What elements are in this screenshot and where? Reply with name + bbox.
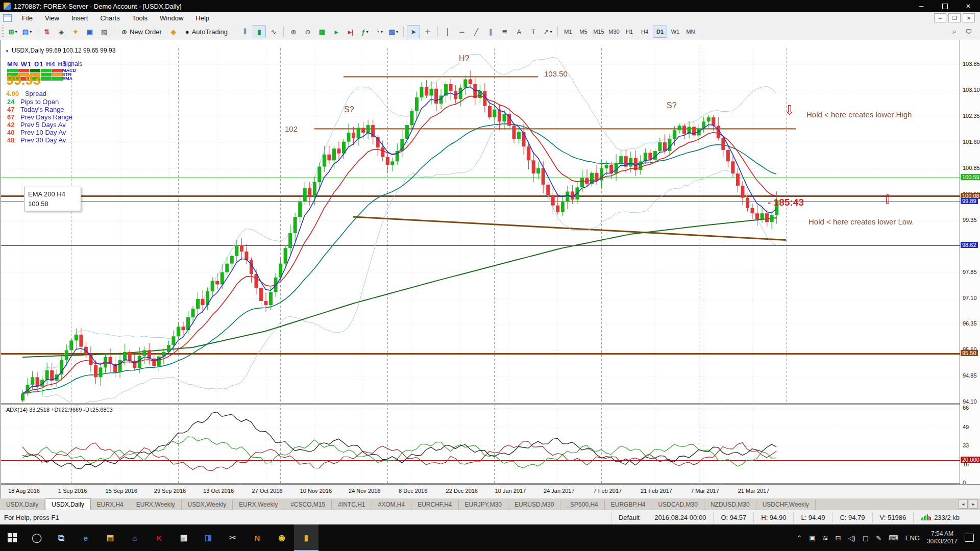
display-icon[interactable]: ▢ [863, 534, 869, 542]
data-window-button[interactable]: ◈ [55, 25, 68, 38]
text-button[interactable]: A [512, 25, 526, 38]
search-icon[interactable]: ⌕ [948, 25, 961, 38]
fibonacci-button[interactable]: ≣ [498, 25, 511, 38]
annotation-s1[interactable]: S? [344, 105, 354, 114]
chart-tab-usdcadm30[interactable]: USDCAD,M30 [652, 499, 704, 510]
text-label-button[interactable]: T [527, 25, 540, 38]
menu-help[interactable]: Help [189, 13, 215, 23]
tab-scroll-left[interactable]: ◂ [959, 499, 968, 509]
wifi-icon[interactable]: ≋ [823, 534, 828, 542]
taskbar-app-metatrader[interactable]: ▮ [294, 524, 318, 551]
annotation-h[interactable]: H? [459, 54, 469, 63]
channel-button[interactable]: ∥ [484, 25, 497, 38]
market-watch-button[interactable]: ⇅ [40, 25, 54, 38]
chart-tab-xomh4[interactable]: #XOM,H4 [372, 499, 412, 510]
bar-chart-button[interactable]: ⫼ [238, 25, 252, 38]
timeframe-m5[interactable]: M5 [576, 26, 591, 38]
chart-area[interactable]: 103.85103.10102.35101.60100.85100.1099.3… [0, 40, 980, 498]
toolbar-grip[interactable] [2, 26, 4, 38]
templates-button[interactable]: ▧▾ [387, 25, 400, 38]
horizontal-line-button[interactable]: ─ [455, 25, 469, 38]
tray-chevron-icon[interactable]: ⌃ [796, 534, 802, 542]
chart-tab-usdxdaily[interactable]: USDX,Daily [0, 499, 45, 510]
volume-icon[interactable]: ◁) [848, 534, 855, 542]
mdi-restore-button[interactable]: ❐ [948, 13, 961, 22]
taskbar-app-chrome[interactable]: ◉ [270, 524, 294, 551]
menu-charts[interactable]: Charts [94, 13, 126, 23]
timeframe-w1[interactable]: W1 [668, 26, 682, 38]
chart-shift-button[interactable]: ▸| [344, 25, 357, 38]
chart-tab-eurxweekly[interactable]: EURX,Weekly [233, 499, 284, 510]
cursor-button[interactable]: ➤ [407, 25, 420, 38]
date-axis[interactable]: 18 Aug 20161 Sep 201615 Sep 201629 Sep 2… [1, 484, 980, 498]
chart-tab-usdxweekly[interactable]: USDX,Weekly [182, 499, 233, 510]
restore-button[interactable] [933, 0, 957, 12]
pc-status-icon[interactable]: ⊟ [836, 534, 841, 542]
chart-tab-usdchfweekly[interactable]: USDCHF,Weekly [756, 499, 816, 510]
mdi-minimize-button[interactable]: – [934, 13, 946, 22]
minimize-button[interactable]: ─ [910, 0, 933, 12]
trendline-button[interactable]: ╱ [470, 25, 483, 38]
profiles-button[interactable]: ▤▾ [20, 25, 34, 38]
annotation-hold-low[interactable]: Hold < here creates lower Low. [808, 217, 914, 226]
price-axis[interactable]: 103.85103.10102.35101.60100.85100.1099.3… [960, 40, 980, 484]
annotation-103-50[interactable]: 103.50 [544, 69, 568, 78]
tray-app-icon[interactable]: ▣ [809, 534, 815, 542]
line-chart-button[interactable]: ∿ [267, 25, 280, 38]
menu-window[interactable]: Window [154, 13, 189, 23]
taskbar-app-onenote[interactable]: N [245, 524, 270, 551]
chart-tab-nzdusdm30[interactable]: NZDUSD,M30 [704, 499, 756, 510]
timeframe-h4[interactable]: H4 [638, 26, 652, 38]
start-button[interactable] [0, 524, 24, 551]
taskbar-clock[interactable]: 7:54 AM 30/03/2017 [927, 530, 958, 545]
terminal-button[interactable]: ▣ [83, 25, 96, 38]
action-center-icon[interactable] [965, 534, 974, 542]
chart-tab-cscom15[interactable]: #CSCO,M15 [284, 499, 332, 510]
chart-tab-eurchfh4[interactable]: EURCHF,H4 [411, 499, 458, 510]
taskbar-app-file-explorer[interactable]: ▤ [98, 524, 122, 551]
annotation-measure[interactable]: - 185:43 [768, 197, 804, 208]
taskbar-app-app-k[interactable]: K [147, 524, 172, 551]
annotation-hold-high[interactable]: Hold < here creates lower High [806, 110, 912, 119]
task-view-button[interactable]: ⧉ [49, 524, 74, 551]
timeframe-m30[interactable]: M30 [607, 26, 621, 38]
timeframe-m15[interactable]: M15 [592, 26, 606, 38]
annotation-102[interactable]: 102 [285, 124, 298, 133]
zoom-out-button[interactable]: ⊖ [301, 25, 314, 38]
down-arrow-icon[interactable]: ⇩ [784, 105, 795, 115]
vertical-line-button[interactable]: │ [441, 25, 454, 38]
collapse-icon[interactable]: ▼ [5, 49, 9, 54]
close-button[interactable]: ✕ [957, 0, 980, 12]
taskbar-app-edge[interactable]: e [74, 524, 98, 551]
taskbar-app-excel[interactable]: ▦ [172, 524, 196, 551]
periods-button[interactable]: ◔▾ [373, 25, 386, 38]
chart-tab-usdxdaily[interactable]: USDX,Daily [45, 498, 90, 510]
chart-tab-eurjpym30[interactable]: EURJPY,M30 [459, 499, 508, 510]
timeframe-h1[interactable]: H1 [622, 26, 636, 38]
tab-scroll-right[interactable]: ▸ [969, 499, 978, 509]
chart-tab-eurusdm30[interactable]: EURUSD,M30 [508, 499, 560, 510]
chart-tab-sp500h4[interactable]: _SP500,H4 [560, 499, 604, 510]
taskbar-app-snipping-tool[interactable]: ✂ [220, 524, 245, 551]
chart-tab-eurxh4[interactable]: EURX,H4 [91, 499, 130, 510]
strategy-tester-button[interactable]: ▧ [97, 25, 111, 38]
chart-tab-eurgbph4[interactable]: EURGBP,H4 [605, 499, 652, 510]
mdi-close-button[interactable]: ✕ [963, 13, 975, 22]
navigator-button[interactable]: ✦ [69, 25, 82, 38]
keyboard-icon[interactable]: ⌨ [889, 534, 898, 542]
tile-windows-button[interactable]: ▦ [315, 25, 329, 38]
up-arrow-icon[interactable]: ⇧ [882, 194, 893, 204]
taskbar-app-store[interactable]: ⌂ [122, 524, 147, 551]
candlestick-chart-button[interactable]: ▮ [253, 25, 266, 38]
new-order-button[interactable]: ⊕New Order [117, 25, 166, 38]
indicators-button[interactable]: ƒ▾ [358, 25, 372, 38]
taskbar-app-store-blue[interactable]: ◨ [196, 524, 220, 551]
crosshair-button[interactable]: ✛ [421, 25, 434, 38]
metaeditor-button[interactable]: ◆ [167, 25, 180, 38]
price-chart-canvas[interactable] [1, 40, 960, 484]
menu-insert[interactable]: Insert [65, 13, 94, 23]
timeframe-m1[interactable]: M1 [561, 26, 575, 38]
timeframe-mn[interactable]: MN [683, 26, 698, 38]
menu-file[interactable]: File [16, 13, 39, 23]
auto-scroll-button[interactable]: ▸ [330, 25, 343, 38]
